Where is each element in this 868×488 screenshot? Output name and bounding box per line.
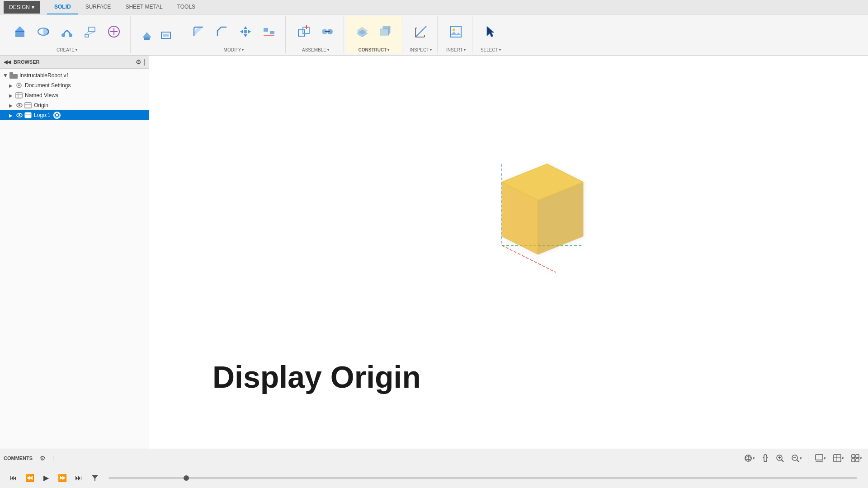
design-button[interactable]: DESIGN ▾ — [4, 1, 40, 14]
browser-collapse-icon[interactable]: ◀◀ — [4, 59, 11, 65]
3d-shape — [457, 155, 601, 272]
svg-rect-2 — [15, 31, 24, 32]
origin-eye-icon[interactable] — [15, 103, 24, 108]
insert-label[interactable]: INSERT ▾ — [446, 47, 466, 53]
skip-start-button[interactable]: ⏮ — [7, 472, 20, 484]
svg-marker-13 — [142, 32, 151, 38]
tree-root[interactable]: ▼ InstructableRobot v1 — [0, 70, 149, 80]
create-label[interactable]: CREATE ▾ — [57, 47, 77, 53]
doc-settings-expander[interactable]: ▶ — [7, 83, 14, 88]
logo-expander[interactable]: ▶ — [7, 113, 14, 118]
create-more-button[interactable] — [103, 18, 125, 45]
tree-item-logo[interactable]: ▶ Logo:1 — [0, 110, 149, 120]
design-caret: ▾ — [32, 4, 34, 10]
browser-settings-icon[interactable]: ⚙ — [136, 58, 142, 66]
browser-title: ◀◀ BROWSER — [4, 59, 39, 65]
svg-marker-1 — [15, 26, 24, 31]
chamfer-button[interactable] — [211, 18, 233, 45]
assemble-group: ASSEMBLE ▾ — [288, 16, 344, 53]
inspect-label[interactable]: INSPECT ▾ — [410, 47, 432, 53]
tab-surface[interactable]: SURFACE — [78, 0, 118, 14]
named-views-expander[interactable]: ▶ — [7, 93, 14, 98]
tree-item-origin[interactable]: ▶ Origin — [0, 100, 149, 110]
bottom-divider: | — [52, 455, 54, 461]
new-component-button[interactable] — [293, 18, 315, 45]
modify-label[interactable]: MODIFY ▾ — [224, 47, 244, 53]
extrude-button[interactable] — [9, 18, 31, 45]
more-options-button[interactable]: ▾ — [848, 452, 864, 465]
pan-button[interactable] — [759, 452, 772, 465]
move-button[interactable] — [235, 18, 256, 45]
push-pull-button[interactable] — [138, 23, 156, 47]
prev-button[interactable]: ⏪ — [24, 472, 36, 484]
construct-label[interactable]: CONSTRUCT ▾ — [359, 47, 390, 53]
loft-button[interactable] — [80, 18, 101, 45]
next-button[interactable]: ⏩ — [56, 472, 69, 484]
svg-marker-18 — [244, 34, 247, 37]
offset-plane-button[interactable] — [351, 18, 373, 45]
svg-marker-17 — [244, 26, 247, 29]
svg-point-4 — [61, 33, 65, 37]
svg-rect-14 — [144, 38, 150, 40]
svg-rect-96 — [856, 459, 859, 462]
root-expander[interactable]: ▼ — [2, 72, 9, 79]
tree-item-named-views[interactable]: ▶ Named Views — [0, 90, 149, 100]
logo-label: Logo:1 — [34, 112, 51, 118]
doc-settings-icon — [14, 82, 24, 89]
tab-tools[interactable]: TOOLS — [170, 0, 203, 14]
named-views-icon — [14, 92, 24, 99]
align-button[interactable] — [258, 18, 280, 45]
origin-icon — [24, 102, 33, 109]
svg-point-5 — [69, 33, 72, 37]
inspect-group: INSPECT ▾ — [404, 16, 438, 53]
bottom-settings-icon[interactable]: ⚙ — [36, 452, 49, 465]
fillet-button[interactable] — [188, 18, 209, 45]
svg-marker-97 — [92, 475, 98, 481]
select-label[interactable]: SELECT ▾ — [481, 47, 501, 53]
svg-rect-94 — [856, 455, 859, 458]
svg-point-60 — [19, 114, 20, 116]
zoom-options-button[interactable]: ▾ — [788, 452, 804, 465]
shell-button[interactable] — [157, 23, 175, 47]
timeline[interactable] — [108, 477, 857, 479]
named-views-label: Named Views — [25, 92, 58, 99]
logo-radio-icon[interactable] — [53, 112, 61, 119]
tree-item-doc-settings[interactable]: ▶ Document Settings — [0, 80, 149, 90]
sweep-button[interactable] — [56, 18, 78, 45]
viewport[interactable]: Display Origin — [149, 56, 868, 449]
comments-label: COMMENTS — [4, 455, 33, 461]
svg-marker-45 — [487, 26, 494, 37]
zoom-fit-button[interactable] — [774, 452, 786, 465]
assemble-label[interactable]: ASSEMBLE ▾ — [302, 47, 329, 53]
construct-group: CONSTRUCT ▾ — [346, 16, 402, 53]
svg-line-86 — [797, 460, 799, 462]
svg-rect-47 — [9, 72, 13, 75]
root-icon — [9, 72, 18, 79]
browser-divider: | — [143, 58, 145, 66]
skip-end-button[interactable]: ⏭ — [72, 472, 85, 484]
svg-line-8 — [85, 32, 89, 34]
measure-button[interactable] — [410, 18, 432, 45]
logo-eye-icon[interactable] — [15, 113, 24, 118]
svg-rect-34 — [380, 29, 388, 35]
revolve-button[interactable] — [33, 18, 54, 45]
select-button[interactable] — [480, 18, 501, 45]
insert-image-button[interactable] — [445, 18, 467, 45]
filter-icon[interactable] — [89, 472, 101, 484]
divider-1 — [808, 454, 808, 463]
joint-button[interactable] — [316, 18, 338, 45]
svg-rect-88 — [816, 455, 823, 460]
svg-point-43 — [453, 28, 455, 31]
svg-rect-0 — [15, 31, 24, 37]
orbit-button[interactable]: ▾ — [741, 452, 757, 465]
grid-options-button[interactable]: ▾ — [830, 452, 846, 465]
svg-marker-19 — [240, 30, 243, 33]
tab-sheet-metal[interactable]: SHEET METAL — [118, 0, 170, 14]
play-button[interactable]: ▶ — [40, 472, 52, 484]
logo-icon — [24, 112, 33, 119]
origin-expander[interactable]: ▶ — [7, 103, 14, 108]
doc-settings-label: Document Settings — [25, 82, 71, 89]
offset-on-face-button[interactable] — [375, 18, 396, 45]
tab-solid[interactable]: SOLID — [47, 0, 78, 14]
display-options-button[interactable]: ▾ — [812, 452, 828, 465]
